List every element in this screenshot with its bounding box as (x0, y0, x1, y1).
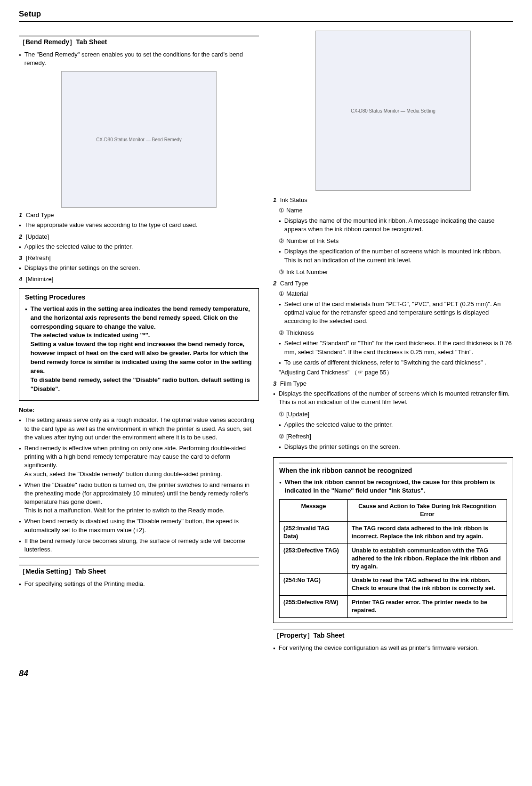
card-type: 2 Card Type (273, 280, 513, 287)
ink-lot: ③Ink Lot Number (279, 268, 328, 276)
card-thickness-ref: "Adjusting Card Thickness" （☞ page 55） (279, 369, 513, 377)
ink-sets: ②Number of Ink Sets (279, 237, 339, 244)
ink-name-desc: Displays the name of the mounted ink rib… (279, 217, 513, 234)
main-columns: ［Bend Remedy］Tab Sheet The "Bend Remedy"… (19, 31, 513, 655)
note-4: When bend remedy is disabled using the "… (19, 517, 259, 534)
right-column: CX-D80 Status Monitor — Media Setting 1 … (273, 31, 513, 655)
card-material: ①Material (279, 290, 308, 297)
film-refresh: ②[Refresh] (279, 433, 311, 440)
film-type: 3 Film Type (273, 380, 513, 387)
item-refresh-desc: Displays the printer settings on the scr… (19, 264, 259, 272)
item-update-desc: Applies the selected value to the printe… (19, 243, 259, 251)
err-table-h2: Cause and Action to Take During Ink Reco… (347, 500, 507, 522)
film-refresh-desc: Displays the printer settings on the scr… (279, 443, 513, 451)
note-end-rule (19, 558, 259, 558)
page-header: Setup (19, 9, 513, 22)
ink-status: 1 Ink Status (273, 196, 513, 203)
error-table: Message Cause and Action to Take During … (279, 499, 507, 618)
note-2: Bend remedy is effective when printing o… (19, 444, 259, 478)
card-thickness-desc2: To use cards of different thickness, ref… (279, 358, 513, 367)
bend-remedy-screenshot: CX-D80 Status Monitor — Bend Remedy (61, 71, 217, 208)
item-refresh: 3 [Refresh] (19, 254, 259, 261)
ink-error-box: When the ink ribbon cannot be recognized… (273, 457, 513, 623)
table-row: (255:Defective R/W) Printer TAG reader e… (280, 596, 507, 618)
property-desc: For verifying the device configuration a… (273, 644, 513, 652)
film-update-desc: Applies the selected value to the printe… (279, 421, 513, 429)
table-row: (254:No TAG) Unable to read the TAG adhe… (280, 574, 507, 596)
err-table-h1: Message (280, 500, 348, 522)
media-setting-desc: For specifying settings of the Printing … (19, 580, 259, 588)
ink-error-title: When the ink ribbon cannot be recognized (279, 467, 507, 474)
note-label: Note: (19, 406, 259, 413)
item-minimize: 4 [Minimize] (19, 276, 259, 283)
card-material-desc: Select one of the card materials from "P… (279, 300, 513, 326)
table-row: (253:Defective TAG) Unable to establish … (280, 543, 507, 574)
media-setting-title: ［Media Setting］Tab Sheet (19, 565, 259, 576)
ink-sets-desc: Displays the specification of the number… (279, 247, 513, 264)
item-card-type-desc: The appropriate value varies according t… (19, 221, 259, 229)
film-type-desc: Displays the specifications of the numbe… (273, 389, 513, 406)
film-update: ①[Update] (279, 411, 309, 418)
note-5: If the bend remedy force becomes strong,… (19, 537, 259, 554)
setting-procedures-title: Setting Procedures (25, 293, 253, 301)
ink-error-desc: When the ink ribbon cannot be recognized… (279, 478, 507, 496)
card-thickness-desc1: Select either "Standard" or "Thin" for t… (279, 339, 513, 356)
item-card-type: 1 Card Type (19, 211, 259, 219)
setting-procedures-text: The vertical axis in the setting area in… (25, 305, 253, 393)
setting-procedures-box: Setting Procedures The vertical axis in … (19, 288, 259, 401)
property-title: ［Property］Tab Sheet (273, 629, 513, 640)
left-column: ［Bend Remedy］Tab Sheet The "Bend Remedy"… (19, 31, 259, 655)
card-thickness: ②Thickness (279, 329, 314, 336)
bend-remedy-desc: The "Bend Remedy" screen enables you to … (19, 50, 259, 67)
page-number: 84 (19, 669, 513, 679)
note-3: When the "Disable" radio button is turne… (19, 481, 259, 515)
table-row: (252:Invalid TAG Data) The TAG record da… (280, 522, 507, 544)
ink-name: ①Name (279, 207, 303, 214)
note-1: The setting areas serve only as a rough … (19, 416, 259, 442)
bend-remedy-title: ［Bend Remedy］Tab Sheet (19, 35, 259, 47)
item-update: 2 [Update] (19, 233, 259, 240)
media-setting-screenshot: CX-D80 Status Monitor — Media Setting (315, 31, 471, 191)
